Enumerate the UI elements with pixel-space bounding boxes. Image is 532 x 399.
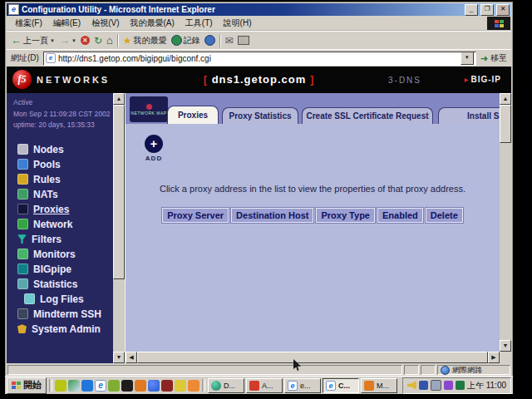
history-button[interactable]: 記錄 bbox=[171, 35, 200, 47]
task-button-1[interactable]: D... bbox=[208, 378, 244, 393]
mail-button[interactable]: ✉ bbox=[225, 36, 234, 46]
menu-bar: 檔案(F) 編輯(E) 檢視(V) 我的最愛(A) 工具(T) 說明(H) bbox=[7, 17, 511, 31]
forward-button[interactable]: → ▼ bbox=[59, 35, 76, 46]
menu-file[interactable]: 檔案(F) bbox=[10, 17, 47, 30]
sidebar-item-log-files[interactable]: Log Files bbox=[7, 292, 113, 307]
network-map-button[interactable]: NETWORK MAP bbox=[130, 96, 168, 122]
task-buttons: D... A... ee... eC... M... bbox=[208, 378, 397, 393]
moon-icon[interactable] bbox=[188, 380, 200, 392]
network-flag-icon[interactable] bbox=[419, 381, 428, 390]
print-button[interactable] bbox=[238, 36, 249, 45]
leaf-icon[interactable] bbox=[108, 380, 120, 392]
content-scroll-left-icon[interactable]: ◀ bbox=[126, 352, 137, 363]
sidebar-item-nodes[interactable]: Nodes bbox=[7, 142, 113, 157]
display-icon[interactable] bbox=[431, 380, 441, 391]
home-button[interactable]: ⌂ bbox=[106, 36, 113, 46]
sidebar-item-bigpipe[interactable]: BIGpipe bbox=[7, 262, 113, 277]
content-scroll-right-icon[interactable]: ▶ bbox=[488, 352, 500, 363]
instruction-text: Click a proxy address in the list to vie… bbox=[132, 184, 493, 194]
console-icon[interactable] bbox=[121, 380, 133, 392]
scroll-down-icon[interactable]: ▼ bbox=[113, 352, 125, 363]
sidebar-item-pools[interactable]: Pools bbox=[7, 157, 113, 172]
content-horizontal-scrollbar[interactable]: ◀ ▶ bbox=[126, 352, 500, 363]
forward-dropdown-icon[interactable]: ▼ bbox=[71, 38, 76, 43]
task-button-4-active[interactable]: eC... bbox=[323, 378, 359, 393]
content-scroll-up-icon[interactable]: ▲ bbox=[500, 93, 511, 105]
window-title: Configuration Utility - Microsoft Intern… bbox=[22, 5, 462, 14]
menu-view[interactable]: 檢視(V) bbox=[86, 17, 124, 30]
start-button[interactable]: 開始 bbox=[7, 377, 47, 394]
menu-tools[interactable]: 工具(T) bbox=[180, 17, 218, 30]
scroll-up-icon[interactable]: ▲ bbox=[113, 93, 125, 105]
ie-launch-icon[interactable]: e bbox=[95, 380, 106, 392]
ie-page-icon: e bbox=[8, 4, 19, 15]
menu-help[interactable]: 說明(H) bbox=[219, 17, 257, 30]
add-plus-icon[interactable]: + bbox=[145, 135, 163, 153]
log-files-icon bbox=[24, 293, 35, 304]
sidebar-item-network[interactable]: Network bbox=[7, 217, 113, 232]
sidebar-item-mindterm-ssh[interactable]: Mindterm SSH bbox=[7, 307, 113, 322]
sidebar-item-nats[interactable]: NATs bbox=[7, 187, 113, 202]
column-proxy-type[interactable]: Proxy Type bbox=[316, 208, 375, 223]
nav-3dns[interactable]: 3-DNS bbox=[388, 76, 421, 85]
blue-sphere-icon[interactable] bbox=[148, 380, 160, 392]
sidebar-item-filters[interactable]: Filters bbox=[7, 232, 113, 247]
sidebar-item-statistics[interactable]: Statistics bbox=[7, 277, 113, 292]
proxy-table-header-row: Proxy Server Destination Host Proxy Type… bbox=[126, 208, 500, 223]
stop-button[interactable]: ✕ bbox=[81, 36, 90, 45]
favorites-button[interactable]: ★ 我的最愛 bbox=[123, 35, 167, 47]
nav-bigip[interactable]: ▸BIG-IP bbox=[464, 75, 501, 84]
volume-speaker-icon[interactable] bbox=[407, 381, 416, 390]
content-hscroll-thumb[interactable] bbox=[137, 352, 488, 363]
maximize-button[interactable]: ❐ bbox=[480, 4, 494, 16]
keys-icon[interactable] bbox=[175, 380, 186, 392]
history-label: 記錄 bbox=[184, 35, 200, 47]
tab-proxies[interactable]: Proxies bbox=[167, 106, 219, 124]
tab-install-ssl-certificate[interactable]: Install SSL Certif bbox=[438, 107, 500, 124]
sidebar-scrollbar[interactable]: ▲ ▼ bbox=[113, 93, 125, 363]
tab-create-ssl-certificate-request[interactable]: Create SSL Certificate Request bbox=[302, 107, 433, 124]
column-delete[interactable]: Delete bbox=[426, 208, 463, 223]
sidebar-item-system-admin[interactable]: System Admin bbox=[7, 322, 113, 337]
back-button[interactable]: ← 上一頁 ▼ bbox=[11, 35, 55, 47]
red-box-icon[interactable] bbox=[161, 380, 173, 392]
task-button-2[interactable]: A... bbox=[246, 378, 283, 393]
yellow-diamond-icon[interactable] bbox=[55, 380, 66, 392]
menu-edit[interactable]: 編輯(E) bbox=[48, 17, 86, 30]
column-proxy-server[interactable]: Proxy Server bbox=[162, 208, 229, 223]
close-button[interactable]: ✕ bbox=[496, 4, 510, 16]
status-datetime: Mon Sep 2 11:09:28 CST 2002 bbox=[13, 109, 113, 121]
picture-icon[interactable] bbox=[68, 380, 80, 392]
address-input[interactable]: e http://dns1.getop.com/bigipgui/bigconf… bbox=[43, 52, 476, 66]
refresh-button[interactable]: ↻ bbox=[94, 36, 102, 46]
sidebar-scroll-thumb[interactable] bbox=[113, 105, 125, 279]
add-proxy-button[interactable]: + ADD bbox=[142, 135, 165, 162]
media-button[interactable] bbox=[204, 35, 215, 46]
go-arrow-icon: ➜ bbox=[480, 53, 488, 64]
green-shell-icon[interactable] bbox=[456, 381, 465, 390]
address-dropdown-icon[interactable]: ▼ bbox=[461, 52, 474, 65]
content-vertical-scrollbar[interactable]: ▲ ▼ bbox=[500, 93, 511, 352]
status-panel-2 bbox=[421, 365, 436, 375]
task-button-5[interactable]: M... bbox=[361, 378, 397, 393]
minimize-button[interactable]: _ bbox=[465, 4, 478, 16]
content-vscroll-thumb[interactable] bbox=[500, 105, 511, 143]
purple-ball-icon[interactable] bbox=[444, 381, 453, 390]
back-dropdown-icon[interactable]: ▼ bbox=[50, 38, 55, 43]
video-frame: e Configuration Utility - Microsoft Inte… bbox=[0, 0, 532, 399]
tab-proxy-statistics[interactable]: Proxy Statistics bbox=[222, 107, 298, 124]
sidebar-item-proxies[interactable]: Proxies bbox=[7, 202, 113, 217]
status-message-panel bbox=[7, 365, 402, 375]
blue-swoosh-icon[interactable] bbox=[81, 380, 93, 392]
bracket-right: ] bbox=[310, 73, 314, 86]
pencil-icon[interactable] bbox=[135, 380, 146, 392]
menu-favorites[interactable]: 我的最愛(A) bbox=[125, 17, 179, 30]
content-scroll-down-icon[interactable]: ▼ bbox=[500, 340, 511, 352]
sidebar-item-monitors[interactable]: Monitors bbox=[7, 247, 113, 262]
go-button[interactable]: ➜ 移至 bbox=[480, 52, 507, 64]
task-button-3[interactable]: ee... bbox=[284, 378, 321, 393]
bigpipe-icon bbox=[17, 264, 28, 274]
column-destination-host[interactable]: Destination Host bbox=[231, 208, 313, 223]
sidebar-item-rules[interactable]: Rules bbox=[7, 172, 113, 187]
column-enabled[interactable]: Enabled bbox=[377, 208, 423, 223]
